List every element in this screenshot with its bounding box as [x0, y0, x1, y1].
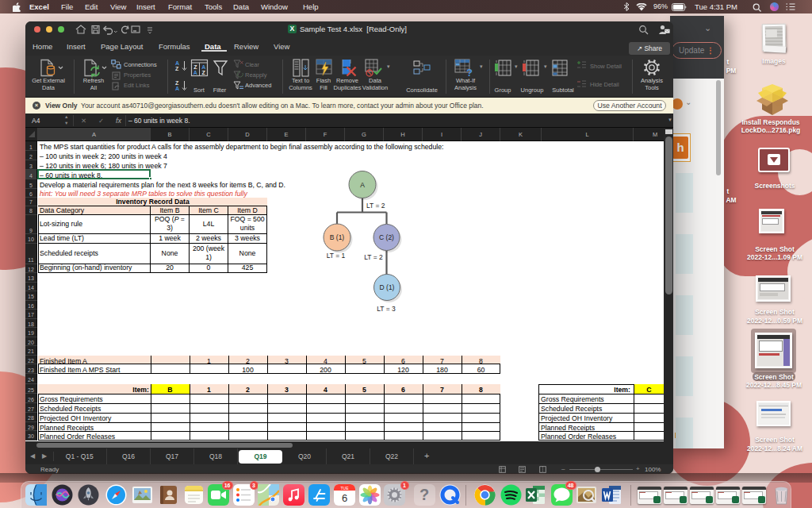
svg-text:LT = 2: LT = 2 [366, 202, 385, 210]
svg-text:TUE: TUE [340, 486, 349, 491]
svg-text:Z: Z [202, 70, 206, 75]
svg-text:?: ? [466, 67, 473, 77]
svg-text:A: A [193, 70, 197, 75]
svg-text:C (2): C (2) [379, 233, 394, 241]
svg-text:6: 6 [341, 492, 347, 504]
svg-text:Z: Z [193, 64, 197, 70]
svg-text:LT = 3: LT = 3 [377, 305, 396, 313]
svg-text:LT = 2: LT = 2 [364, 253, 383, 261]
svg-text:D (1): D (1) [380, 283, 395, 291]
svg-text:B (1): B (1) [330, 233, 345, 241]
svg-text:A: A [201, 64, 205, 70]
svg-text:A: A [360, 181, 365, 189]
svg-text:LT = 1: LT = 1 [327, 252, 346, 260]
